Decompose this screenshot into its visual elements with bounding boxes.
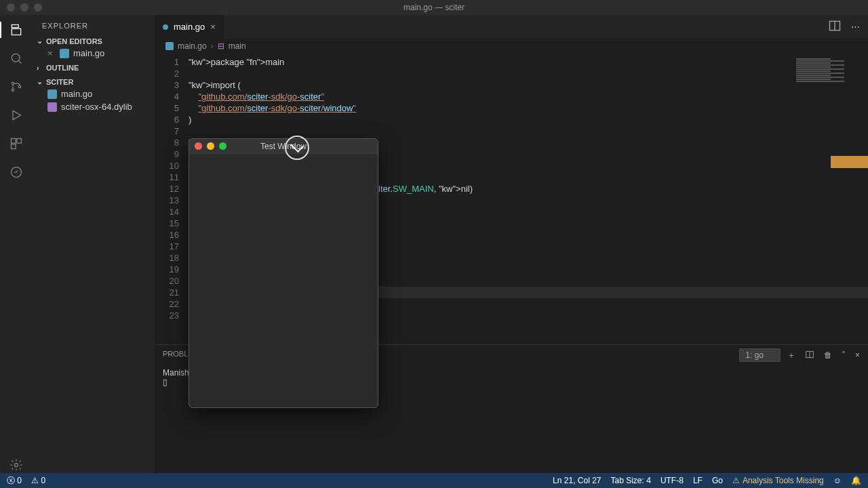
section-open-editors[interactable]: ⌄OPEN EDITORS <box>33 35 155 47</box>
svg-point-6 <box>18 85 20 87</box>
svg-point-4 <box>12 82 14 84</box>
status-encoding[interactable]: UTF-8 <box>660 476 684 485</box>
svg-rect-10 <box>12 144 16 149</box>
tab-main-go[interactable]: main.go × <box>155 15 224 39</box>
editor-tabs: main.go × ⋯ <box>155 15 868 39</box>
sciter-window-title: Test Window <box>260 142 307 151</box>
section-workspace[interactable]: ⌄SCITER <box>33 76 155 87</box>
symbol-icon: ⊟ <box>218 41 224 51</box>
svg-point-12 <box>15 464 18 467</box>
macos-max-dot[interactable] <box>34 3 42 12</box>
activity-bar <box>0 15 33 473</box>
svg-rect-1 <box>12 28 20 35</box>
close-icon[interactable]: × <box>47 48 56 58</box>
status-eol[interactable]: LF <box>693 476 703 485</box>
window-title: main.go — sciter <box>403 3 465 12</box>
panel-maximize-icon[interactable]: ˄ <box>842 350 846 360</box>
panel-close-icon[interactable]: × <box>855 350 860 360</box>
tab-close-icon[interactable]: × <box>210 22 216 32</box>
svg-point-2 <box>12 54 20 62</box>
minimap[interactable] <box>793 54 868 189</box>
window-close-icon[interactable] <box>195 142 202 150</box>
new-terminal-icon[interactable]: ＋ <box>787 350 795 361</box>
more-actions-icon[interactable]: ⋯ <box>851 22 860 32</box>
terminal-select[interactable]: 1: go <box>739 348 781 362</box>
svg-marker-7 <box>13 110 21 119</box>
sidebar-title: EXPLORER <box>33 15 155 34</box>
status-tab-size[interactable]: Tab Size: 4 <box>611 476 651 485</box>
sidebar: EXPLORER ⌄OPEN EDITORS ×main.go ›OUTLINE… <box>33 15 155 473</box>
svg-point-5 <box>12 89 14 91</box>
status-language[interactable]: Go <box>712 476 723 485</box>
file-tree-item[interactable]: main.go <box>33 87 155 100</box>
search-icon[interactable] <box>8 50 24 66</box>
file-modified-icon <box>163 24 168 30</box>
status-analysis-missing[interactable]: ⚠ Analysis Tools Missing <box>732 476 824 485</box>
window-minimize-icon[interactable] <box>207 142 214 150</box>
status-warnings[interactable]: ⚠ 0 <box>31 476 45 485</box>
split-terminal-icon[interactable] <box>805 350 814 361</box>
go-file-icon <box>165 42 174 50</box>
go-file-icon <box>60 49 69 58</box>
split-editor-icon[interactable] <box>828 19 842 35</box>
extensions-icon[interactable] <box>8 136 24 152</box>
go-file-icon <box>47 89 57 99</box>
status-bell-icon[interactable]: 🔔 <box>851 476 861 485</box>
kill-terminal-icon[interactable]: 🗑 <box>824 350 832 360</box>
sciter-titlebar[interactable]: Test Window <box>189 139 378 154</box>
status-bar: ⓧ 0 ⚠ 0 Ln 21, Col 27 Tab Size: 4 UTF-8 … <box>0 473 868 488</box>
svg-rect-8 <box>12 139 16 144</box>
svg-line-3 <box>18 60 21 63</box>
file-tree-item[interactable]: sciter-osx-64.dylib <box>33 100 155 113</box>
macos-close-dot[interactable] <box>7 3 15 12</box>
source-control-icon[interactable] <box>8 79 24 95</box>
status-ln-col[interactable]: Ln 21, Col 27 <box>553 476 601 485</box>
svg-rect-0 <box>12 25 18 28</box>
dylib-file-icon <box>47 102 57 112</box>
breadcrumb[interactable]: main.go › ⊟ main <box>155 39 868 54</box>
macos-titlebar: main.go — sciter <box>0 0 868 15</box>
sciter-app-window[interactable]: Test Window <box>189 138 378 408</box>
status-feedback-icon[interactable]: ☺ <box>833 476 842 485</box>
chevron-right-icon: › <box>211 41 214 51</box>
minimap-scrubber[interactable] <box>831 156 868 168</box>
svg-rect-9 <box>17 139 22 144</box>
settings-gear-icon[interactable] <box>8 457 24 473</box>
debug-icon[interactable] <box>8 107 24 123</box>
section-outline[interactable]: ›OUTLINE <box>33 62 155 73</box>
window-zoom-icon[interactable] <box>219 142 226 150</box>
explorer-icon[interactable] <box>8 22 24 38</box>
open-editor-item[interactable]: ×main.go <box>33 47 155 60</box>
macos-min-dot[interactable] <box>20 3 28 12</box>
go-icon[interactable] <box>8 164 24 180</box>
status-errors[interactable]: ⓧ 0 <box>7 475 22 487</box>
